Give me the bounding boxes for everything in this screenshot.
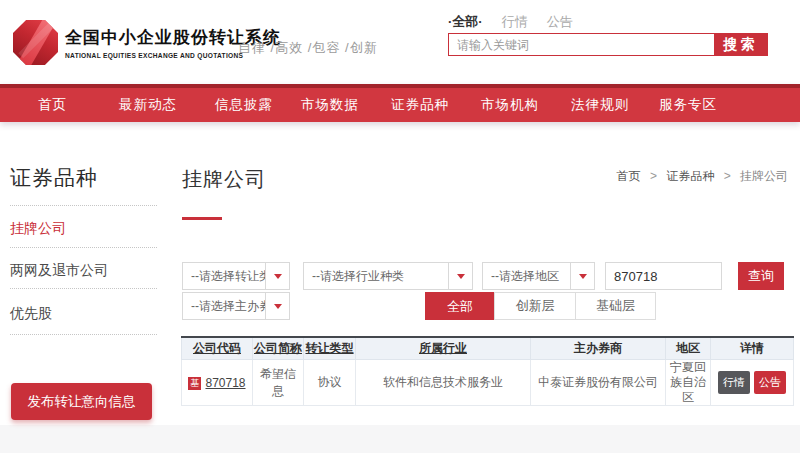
sort-company-code[interactable]: 公司代码: [193, 341, 241, 355]
caret-box: [265, 293, 289, 319]
market-layer-tabs: 全部 创新层 基础层: [425, 292, 656, 320]
sort-industry[interactable]: 所属行业: [419, 341, 467, 355]
caret-box: [570, 263, 594, 289]
table-header-row: 公司代码 公司简称 转让类型 所属行业 主办券商 地区 详情: [182, 337, 794, 360]
breadcrumb: 首页 > 证券品种 > 挂牌公司: [617, 168, 788, 185]
sidebar-divider: [10, 205, 157, 206]
sponsor-select-value: --请选择主办券商: [183, 298, 265, 315]
cell-detail: 行情公告: [711, 360, 794, 406]
nav-item-rules[interactable]: 法律规则: [571, 96, 629, 114]
search-tab-all[interactable]: ·全部·: [448, 13, 483, 31]
sidebar-divider: [10, 334, 157, 335]
header-industry: 所属行业: [356, 337, 531, 360]
nav-item-institutions[interactable]: 市场机构: [481, 96, 539, 114]
nav-item-home[interactable]: 首页: [38, 96, 67, 114]
page-title: 挂牌公司: [182, 166, 266, 193]
header-company-name: 公司简称: [253, 337, 304, 360]
publish-transfer-intent-button[interactable]: 发布转让意向信息: [11, 383, 152, 420]
cell-region: 宁夏回族自治区: [666, 360, 711, 406]
site-slogan: 自律 /高效 /包容 /创新: [238, 39, 378, 57]
site-header: 全国中小企业股份转让系统 NATIONAL EQUITIES EXCHANGE …: [0, 0, 800, 84]
cell-company-code: 基870718: [182, 360, 253, 406]
chevron-down-icon: [274, 274, 282, 279]
query-button[interactable]: 查询: [738, 262, 784, 290]
layer-tab-basic[interactable]: 基础层: [575, 292, 656, 320]
search-tab-quotes[interactable]: 行情: [502, 13, 528, 31]
chevron-down-icon: [579, 274, 587, 279]
chevron-down-icon: [457, 274, 465, 279]
header-detail: 详情: [711, 337, 794, 360]
search-tab-notices[interactable]: 公告: [547, 13, 573, 31]
sidebar-title: 证券品种: [10, 164, 98, 192]
transfer-type-select-value: --请选择转让类型: [183, 268, 265, 285]
sidebar-divider: [10, 247, 157, 248]
header-transfer-type: 转让类型: [304, 337, 356, 360]
cell-sponsor: 中泰证券股份有限公司: [531, 360, 666, 406]
company-code-link[interactable]: 870718: [205, 376, 245, 390]
layer-tab-all[interactable]: 全部: [425, 292, 495, 320]
caret-box: [448, 263, 472, 289]
breadcrumb-separator-icon: >: [650, 169, 657, 183]
header-sponsor: 主办券商: [531, 337, 666, 360]
search-button[interactable]: 搜索: [714, 34, 767, 55]
sponsor-select[interactable]: --请选择主办券商: [182, 292, 290, 320]
transfer-type-select[interactable]: --请选择转让类型: [182, 262, 290, 290]
breadcrumb-current: 挂牌公司: [740, 169, 788, 183]
chevron-down-icon: [274, 304, 282, 309]
header-company-code: 公司代码: [182, 337, 253, 360]
sort-transfer-type[interactable]: 转让类型: [306, 341, 354, 355]
layer-tab-innovation[interactable]: 创新层: [494, 292, 576, 320]
nav-item-latest-news[interactable]: 最新动态: [119, 96, 177, 114]
main-nav: 首页 最新动态 信息披露 市场数据 证券品种 市场机构 法律规则 服务专区: [0, 84, 800, 122]
cell-industry: 软件和信息技术服务业: [356, 360, 531, 406]
breadcrumb-securities[interactable]: 证券品种: [666, 169, 714, 183]
sidebar-item-listed-companies[interactable]: 挂牌公司: [10, 220, 66, 238]
caret-box: [265, 263, 289, 289]
region-select-value: --请选择地区: [483, 268, 570, 285]
neeq-logo-icon: [13, 20, 58, 65]
notice-button[interactable]: 公告: [754, 371, 786, 394]
table-row: 基870718 希望信息 协议 软件和信息技术服务业 中泰证券股份有限公司 宁夏…: [182, 360, 794, 406]
search-input[interactable]: [449, 34, 714, 55]
sort-company-name[interactable]: 公司简称: [254, 341, 302, 355]
nav-item-services[interactable]: 服务专区: [659, 96, 717, 114]
sidebar-item-preferred-shares[interactable]: 优先股: [10, 305, 52, 323]
nav-item-securities[interactable]: 证券品种: [391, 96, 449, 114]
industry-select-value: --请选择行业种类: [304, 268, 448, 285]
nav-item-market-data[interactable]: 市场数据: [301, 96, 359, 114]
basic-layer-badge: 基: [188, 377, 201, 390]
header-region: 地区: [666, 337, 711, 360]
sidebar-item-delisted-companies[interactable]: 两网及退市公司: [10, 262, 108, 280]
main-section: 证券品种 挂牌公司 两网及退市公司 优先股 发布转让意向信息 挂牌公司 首页 >…: [0, 122, 800, 425]
company-code-input[interactable]: [605, 262, 722, 290]
cell-transfer-type: 协议: [304, 360, 356, 406]
nav-item-disclosure[interactable]: 信息披露: [215, 96, 273, 114]
title-underline: [182, 217, 222, 220]
page: 全国中小企业股份转让系统 NATIONAL EQUITIES EXCHANGE …: [0, 0, 800, 453]
sidebar-divider: [10, 288, 157, 289]
breadcrumb-separator-icon: >: [724, 169, 731, 183]
search-scope-tabs: ·全部· 行情 公告: [448, 13, 573, 31]
cell-company-name: 希望信息: [253, 360, 304, 406]
region-select[interactable]: --请选择地区: [482, 262, 595, 290]
companies-table: 公司代码 公司简称 转让类型 所属行业 主办券商 地区 详情 基870718 希…: [181, 336, 794, 406]
quote-button[interactable]: 行情: [718, 371, 750, 394]
industry-select[interactable]: --请选择行业种类: [303, 262, 473, 290]
search-bar: 搜索: [448, 33, 768, 56]
breadcrumb-home[interactable]: 首页: [617, 169, 641, 183]
